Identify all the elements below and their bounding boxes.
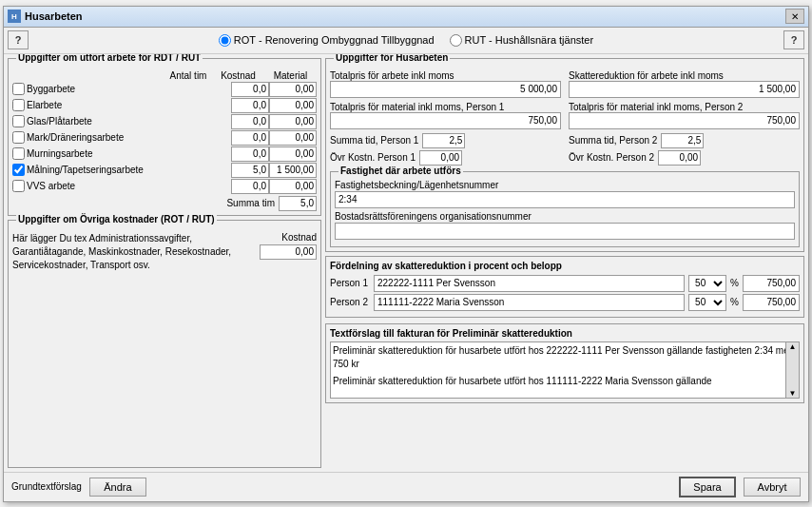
andra-button[interactable]: Ändra bbox=[89, 478, 146, 497]
work-label-0: Byggarbete bbox=[27, 84, 231, 94]
person1-label: Person 1 bbox=[330, 278, 370, 288]
summa-tid-p1-input[interactable] bbox=[422, 133, 465, 148]
work-antal-5[interactable] bbox=[231, 163, 269, 178]
main-window: H Husarbeten ✕ ? ROT - Renovering Ombygg… bbox=[3, 6, 809, 502]
work-row-5: Målning/Tapetseringsarbete bbox=[12, 163, 317, 178]
tid-p2-col: Summa tid, Person 2 Övr Kostn. Person 2 bbox=[569, 133, 800, 167]
ovr-kostn-p1-input[interactable] bbox=[419, 150, 462, 166]
work-check-4[interactable] bbox=[12, 147, 25, 160]
material-p2-label: Totalpris för material inkl moms, Person… bbox=[569, 102, 800, 112]
work-kostnad-3[interactable] bbox=[269, 130, 317, 146]
person1-row: Person 1 50 100 % bbox=[330, 275, 800, 292]
textforslag-line1: Preliminär skattereduktion för husarbete… bbox=[333, 344, 797, 371]
scrollbar[interactable]: ▲ ▼ bbox=[785, 342, 799, 398]
person2-name-input[interactable] bbox=[374, 294, 685, 311]
work-antal-2[interactable] bbox=[231, 114, 269, 129]
header-material: Material bbox=[264, 70, 317, 81]
radio-rut-input[interactable] bbox=[450, 34, 462, 47]
work-antal-0[interactable] bbox=[231, 82, 269, 97]
radio-rut-label: RUT - Hushållsnära tjänster bbox=[465, 34, 594, 46]
spara-button[interactable]: Spara bbox=[679, 477, 736, 497]
work-row-1: Elarbete bbox=[12, 98, 317, 113]
work-label-1: Elarbete bbox=[27, 100, 231, 110]
fordelning-title: Fördelning av skattereduktion i procent … bbox=[330, 261, 800, 271]
work-antal-3[interactable] bbox=[231, 130, 269, 146]
work-antal-4[interactable] bbox=[231, 146, 269, 162]
fastighet-group: Fastighet där arbete utförs Fastighetsbe… bbox=[330, 171, 800, 247]
skattereduktion-col: Skattereduktion för arbete inkl moms bbox=[569, 70, 800, 98]
title-bar: H Husarbeten ✕ bbox=[4, 7, 808, 28]
summa-label: Summa tim bbox=[226, 198, 275, 208]
work-row-4: Murningsarbete bbox=[12, 146, 317, 162]
help-button-left[interactable]: ? bbox=[8, 30, 29, 49]
ovriga-right: Kostnad bbox=[260, 232, 317, 272]
summa-row: Summa tim bbox=[12, 196, 317, 211]
grundtext-label: Grundtextförslag bbox=[11, 481, 82, 492]
tid-row: Summa tid, Person 1 Övr Kostn. Person 1 … bbox=[330, 133, 800, 167]
main-content: Uppgifter om utfört arbete för RDT / RUT… bbox=[4, 54, 808, 472]
right-panel: Uppgifter för Husarbeten Totalpris för a… bbox=[325, 58, 804, 468]
summa-tid-p1-label: Summa tid, Person 1 bbox=[330, 135, 418, 146]
work-check-2[interactable] bbox=[12, 115, 25, 127]
husarbeten-group: Uppgifter för Husarbeten Totalpris för a… bbox=[325, 58, 804, 252]
help-button-right[interactable]: ? bbox=[783, 30, 804, 49]
ovr-kostn-p1-label: Övr Kostn. Person 1 bbox=[330, 152, 416, 163]
ovriga-description: Här lägger Du tex Administrationssavgift… bbox=[12, 232, 256, 272]
work-row-2: Glas/Plåtarbete bbox=[12, 114, 317, 129]
summa-value[interactable] bbox=[279, 196, 317, 211]
fastighets-input[interactable] bbox=[335, 191, 795, 208]
work-antal-6[interactable] bbox=[231, 179, 269, 194]
totalpris-arbete-input[interactable] bbox=[330, 81, 561, 98]
avbryt-button[interactable]: Avbryt bbox=[744, 478, 801, 497]
toolbar: ? ROT - Renovering Ombyggnad Tillbyggnad… bbox=[4, 28, 808, 54]
work-kostnad-4[interactable] bbox=[269, 146, 317, 162]
work-kostnad-0[interactable] bbox=[269, 82, 317, 97]
totalpris-arbete-col: Totalpris för arbete inkl moms bbox=[330, 70, 561, 98]
radio-rut[interactable]: RUT - Hushållsnära tjänster bbox=[450, 34, 594, 47]
work-check-3[interactable] bbox=[12, 131, 25, 144]
scroll-down-icon[interactable]: ▼ bbox=[789, 389, 797, 398]
work-check-5[interactable] bbox=[12, 164, 25, 176]
ovriga-kostnad-input[interactable] bbox=[260, 244, 317, 260]
summa-tid-p2-input[interactable] bbox=[661, 133, 704, 148]
material-p2-col: Totalpris för material inkl moms, Person… bbox=[569, 102, 800, 129]
tid-p1-col: Summa tid, Person 1 Övr Kostn. Person 1 bbox=[330, 133, 561, 167]
person1-percent-select[interactable]: 50 100 bbox=[688, 275, 726, 292]
radio-rot-input[interactable] bbox=[219, 34, 231, 47]
radio-group: ROT - Renovering Ombyggnad Tillbyggnad R… bbox=[36, 34, 776, 47]
ovr-kostn-p2-label: Övr Kostn. Person 2 bbox=[569, 152, 654, 163]
person2-amount-input[interactable] bbox=[743, 294, 800, 311]
ovriga-title: Uppgifter om Övriga kostnader (ROT / RUT… bbox=[16, 214, 217, 224]
fastighets-label: Fastighetsbeckning/Lägenhetsnummer bbox=[335, 180, 795, 190]
material-p2-input[interactable] bbox=[569, 112, 800, 129]
work-types-title: Uppgifter om utfört arbete för RDT / RUT bbox=[16, 54, 203, 63]
fordelning-group: Fördelning av skattereduktion i procent … bbox=[325, 256, 804, 318]
skattereduktion-input[interactable] bbox=[569, 81, 800, 98]
work-kostnad-2[interactable] bbox=[269, 114, 317, 129]
left-panel: Uppgifter om utfört arbete för RDT / RUT… bbox=[8, 58, 321, 468]
work-row-6: VVS arbete bbox=[12, 179, 317, 194]
person1-amount-input[interactable] bbox=[743, 275, 800, 292]
work-kostnad-1[interactable] bbox=[269, 98, 317, 113]
work-row-0: Byggarbete bbox=[12, 82, 317, 97]
work-check-6[interactable] bbox=[12, 180, 25, 192]
material-p1-input[interactable] bbox=[330, 112, 561, 129]
person1-name-input[interactable] bbox=[374, 275, 685, 292]
work-types-group: Uppgifter om utfört arbete för RDT / RUT… bbox=[8, 58, 321, 216]
radio-rot[interactable]: ROT - Renovering Ombyggnad Tillbyggnad bbox=[219, 34, 435, 47]
scroll-up-icon[interactable]: ▲ bbox=[789, 342, 797, 351]
summa-tid-p2-label: Summa tid, Person 2 bbox=[569, 135, 657, 146]
work-check-0[interactable] bbox=[12, 83, 25, 95]
work-kostnad-5[interactable] bbox=[269, 163, 317, 178]
work-kostnad-6[interactable] bbox=[269, 179, 317, 194]
work-antal-1[interactable] bbox=[231, 98, 269, 113]
person2-percent-select[interactable]: 50 100 bbox=[688, 294, 726, 311]
bostadsratts-input[interactable] bbox=[335, 223, 795, 240]
work-label-5: Målning/Tapetseringsarbete bbox=[27, 165, 231, 175]
close-button[interactable]: ✕ bbox=[785, 9, 804, 24]
tid-p2-row: Summa tid, Person 2 bbox=[569, 133, 800, 148]
person1-percent-sign: % bbox=[730, 278, 739, 288]
ovr-kostn-p2-input[interactable] bbox=[658, 150, 701, 166]
work-label-6: VVS arbete bbox=[27, 181, 231, 191]
work-check-1[interactable] bbox=[12, 99, 25, 111]
